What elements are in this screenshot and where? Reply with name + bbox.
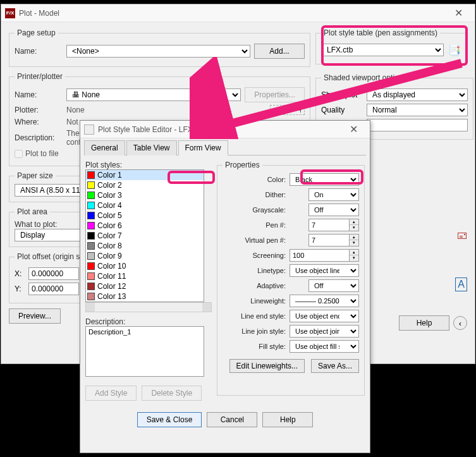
screening-spinner[interactable]: ▴▾ (349, 249, 359, 262)
page-setup-name-label: Name: (15, 47, 63, 56)
editor-icon (84, 125, 94, 135)
add-style-button[interactable]: Add Style (85, 386, 137, 401)
style-item-1[interactable]: Color 1 (86, 170, 204, 180)
color-swatch (87, 252, 95, 260)
style-item-7[interactable]: Color 7 (86, 231, 204, 241)
prop-linejoin-label: Line join style: (223, 327, 286, 335)
quality-label: Quality (321, 106, 363, 114)
editor-titlebar: Plot Style Table Editor - LFX.ctb ✕ (80, 121, 370, 138)
color-swatch (87, 293, 95, 300)
plot-offset-legend: Plot offset (origin se (15, 252, 87, 261)
shade-label: Shade plot (321, 90, 363, 99)
prop-dither-select[interactable]: On (308, 188, 359, 201)
description-label: Description: (85, 317, 212, 326)
save-as-button[interactable]: Save As... (311, 359, 359, 373)
prop-lineend-label: Line end style: (223, 312, 286, 320)
page-setup-name-select[interactable]: <None> (66, 45, 250, 58)
style-item-4[interactable]: Color 4 (86, 200, 204, 210)
tab-general[interactable]: General (84, 140, 125, 155)
prop-grayscale-select[interactable]: Off (308, 204, 359, 216)
style-item-6[interactable]: Color 6 (86, 221, 204, 231)
help-button[interactable]: Help (399, 315, 449, 331)
style-name: Color 7 (97, 231, 122, 240)
y-input[interactable] (28, 283, 79, 295)
style-item-12[interactable]: Color 12 (86, 281, 204, 291)
delete-style-button[interactable]: Delete Style (142, 386, 202, 401)
prop-linetype-select[interactable]: Use object linetype (290, 264, 359, 277)
shade-select[interactable]: As displayed (367, 88, 468, 101)
shaded-legend: Shaded viewport options (321, 73, 409, 82)
color-swatch (87, 262, 95, 270)
printer-name-select[interactable]: 🖶 None (66, 88, 241, 101)
style-name: Color 10 (97, 262, 126, 271)
color-swatch (87, 242, 95, 250)
page-orient-icon: A (455, 277, 467, 291)
list-scrollbar[interactable] (85, 302, 212, 312)
plot-title: Plot - Model (19, 9, 446, 18)
style-item-10[interactable]: Color 10 (86, 261, 204, 271)
edit-plot-style-icon[interactable]: 📑 (448, 44, 461, 56)
color-swatch (87, 171, 95, 179)
style-item-5[interactable]: Color 5 (86, 210, 204, 221)
editor-help-button[interactable]: Help (262, 412, 313, 427)
preview-button[interactable]: Preview... (9, 308, 61, 324)
x-label: X: (15, 269, 25, 278)
quality-select[interactable]: Normal (367, 104, 468, 116)
editor-tabs: General Table View Form View (84, 140, 366, 155)
color-swatch (87, 222, 95, 229)
paper-size-legend: Paper size (15, 171, 56, 180)
style-item-3[interactable]: Color 3 (86, 190, 204, 200)
color-swatch (87, 212, 95, 219)
description-textbox[interactable]: Description_1 (85, 326, 204, 377)
prop-linejoin-select[interactable]: Use object join style (290, 325, 359, 338)
properties-button[interactable]: Properties... (245, 87, 305, 102)
style-name: Color 1 (97, 171, 122, 180)
prop-adaptive-select[interactable]: Off (308, 279, 359, 292)
pen-spinner[interactable]: ▴▾ (349, 219, 359, 231)
tab-table-view[interactable]: Table View (126, 140, 177, 155)
y-label: Y: (15, 284, 25, 293)
plot-style-editor-dialog: Plot Style Table Editor - LFX.ctb ✕ Gene… (80, 120, 370, 453)
style-name: Color 6 (97, 221, 122, 230)
style-item-2[interactable]: Color 2 (86, 180, 204, 190)
cancel-button[interactable]: Cancel (207, 412, 257, 427)
plot-to-file-checkbox[interactable] (15, 150, 23, 158)
save-close-button[interactable]: Save & Close (137, 412, 202, 427)
style-item-13[interactable]: Color 13 (86, 291, 204, 302)
color-swatch (87, 232, 95, 240)
editor-close-icon[interactable]: ✕ (341, 123, 366, 135)
plot-style-table-group: Plot style table (pen assignments) LFX.c… (315, 28, 467, 64)
prop-lineend-select[interactable]: Use object end style (290, 310, 359, 322)
style-name: Color 9 (97, 252, 122, 260)
plot-style-table-select[interactable]: LFX.ctb (321, 44, 444, 56)
prop-screening-label: Screening: (223, 252, 286, 259)
plot-styles-listbox[interactable]: Color 1Color 2Color 3Color 4Color 5Color… (85, 169, 204, 302)
color-swatch (87, 272, 95, 280)
app-icon: F/X (5, 8, 15, 18)
stamp-icon[interactable]: 🖃 (457, 229, 467, 242)
style-item-9[interactable]: Color 9 (86, 251, 204, 261)
prop-screening-input[interactable] (290, 249, 349, 262)
close-icon[interactable]: ✕ (446, 7, 471, 19)
dpi-input[interactable] (367, 119, 468, 131)
prop-linetype-label: Linetype: (223, 267, 286, 274)
prop-lineweight-select[interactable]: ——— 0.2500 mm (290, 295, 359, 307)
prop-dither-label: Dither: (223, 191, 286, 198)
vpen-spinner[interactable]: ▴▾ (349, 234, 359, 247)
add-button[interactable]: Add... (254, 44, 305, 59)
paper-badge: ⊢ 8.5" ⊣ (270, 105, 305, 115)
tab-form-view[interactable]: Form View (178, 140, 228, 155)
prop-vpen-input[interactable] (308, 234, 349, 247)
prop-color-select[interactable]: Black (290, 173, 359, 186)
edit-lineweights-button[interactable]: Edit Lineweights... (229, 359, 305, 373)
prop-vpen-label: Virtual pen #: (223, 236, 286, 244)
style-item-11[interactable]: Color 11 (86, 271, 204, 281)
plot-style-table-legend: Plot style table (pen assignments) (321, 28, 440, 37)
prop-pen-input[interactable] (308, 219, 349, 231)
x-input[interactable] (28, 267, 79, 280)
prop-fill-select[interactable]: Use object fill style (290, 340, 359, 353)
desc-label: Description: (15, 133, 63, 142)
style-item-8[interactable]: Color 8 (86, 241, 204, 251)
color-swatch (87, 192, 95, 199)
collapse-icon[interactable]: ‹ (453, 316, 467, 330)
